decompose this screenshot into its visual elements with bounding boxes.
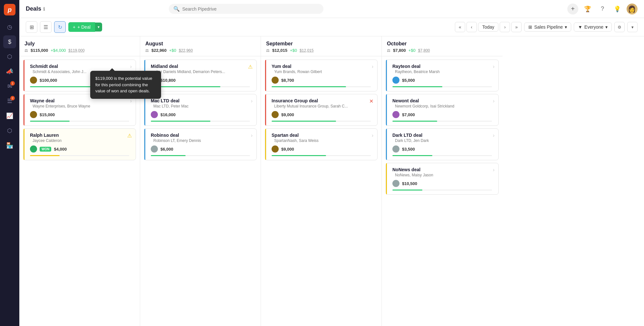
user-avatar[interactable]: 👩 [627,4,638,14]
trophy-button[interactable]: 🏆 [582,4,593,14]
search-bar[interactable]: 🔍 [169,4,323,14]
view-btn-list[interactable]: ☰ [40,21,52,33]
deal-name-ralph: Ralph Lauren [30,133,62,138]
settings-button[interactable]: ⚙ [614,22,625,32]
progress-fill-yum [272,86,346,87]
column-stats-july: ⚖ $115,000 +$4,000 $119,000 [24,48,135,53]
column-stats-august: ⚖ $22,960 +$0 $22,960 [145,48,255,53]
deal-value-newont: $7,000 [402,112,415,117]
toolbar: ⊞ ☰ ↻ + + Deal ▾ « ‹ Today › » ⊞ Sales P… [19,18,644,36]
progress-fill-newont [392,121,437,122]
deal-card-newont[interactable]: Newont deal Newmont Goldcorp, Isai Stric… [386,94,499,126]
deal-arrow-rayteon[interactable]: › [493,64,495,70]
deal-org-rayteon: Raytheon, Beatrice Marsh [395,70,440,74]
deal-avatar-spartan [272,145,279,153]
column-potential-september[interactable]: $12,015 [300,48,313,53]
column-potential-july[interactable]: $119,000 [69,48,85,53]
deal-arrow-robinso[interactable]: › [251,133,253,138]
deal-card-spartan[interactable]: Spartan deal SpartanNash, Sara Weiss › $… [265,128,378,160]
progress-fill-nonews [392,190,422,191]
page-title: Deals ℹ [26,5,45,12]
add-deal-label: + Deal [77,24,91,30]
lightbulb-button[interactable]: 💡 [612,4,623,14]
deal-card-darkltd[interactable]: Dark LTD deal Dark LTD, Jen Dark › $3,50… [386,128,499,160]
pipeline-button[interactable]: ⊞ Sales Pipeline ▾ [524,23,571,32]
deal-arrow-darkltd[interactable]: › [493,133,495,138]
deal-arrow-wayne[interactable]: › [130,98,132,104]
status-bar-rayteon [386,60,387,91]
deal-footer-darkltd: $3,500 [392,145,495,153]
reports-icon: 📈 [6,112,13,119]
deal-card-insurance[interactable]: Insurance Group deal Liberty Mutual Insu… [265,94,378,126]
sidebar-item-campaigns[interactable]: 📣 [3,65,16,78]
progress-bar-spartan [272,155,371,156]
deal-footer-macltd: $16,000 [151,111,253,118]
deal-footer-nonews: $10,500 [392,180,495,187]
column-header-october: October ⚖ $7,800 +$0 $7,800 [382,36,503,56]
column-cards-september: Yum deal Yum Brands, Rowan Gilbert › $8,… [261,56,381,326]
deal-card-nonews[interactable]: NoNews deal NoNews, Maisy Jason › $10,50… [386,163,499,195]
help-button[interactable]: ? [597,4,608,14]
deal-value-robinso: $6,000 [160,147,173,152]
leads-icon: ⬡ [7,53,12,60]
search-input[interactable] [182,6,319,12]
sidebar-item-mail[interactable]: ✉ 1 [3,80,16,93]
view-btn-forecast[interactable]: ↻ [54,21,66,33]
status-bar-spartan [265,129,266,160]
column-potential-october[interactable]: $7,800 [418,48,430,53]
deal-arrow-newont[interactable]: › [493,98,495,104]
deal-name-rayteon: Rayteon deal [392,64,440,69]
deal-card-yum[interactable]: Yum deal Yum Brands, Rowan Gilbert › $8,… [265,60,378,91]
sidebar-item-reports[interactable]: 📈 [3,109,16,122]
sidebar-item-deals[interactable]: $ [3,35,16,48]
progress-bar-robinso [151,155,250,156]
deal-card-macltd[interactable]: Mac LTD deal Mac LTD, Peter Mac › $16,00… [144,94,257,126]
deal-card-rayteon[interactable]: Rayteon deal Raytheon, Beatrice Marsh › … [386,60,499,91]
status-bar-newont [386,94,387,126]
deal-footer-robinso: $6,000 [151,145,253,153]
progress-bar-midland [151,86,250,87]
deal-arrow-schmidt[interactable]: › [130,64,132,70]
deal-footer-wayne: $15,000 [30,111,132,118]
add-deal-plus: + [73,24,75,30]
deal-avatar-yum [272,77,279,84]
deal-value-wayne: $15,000 [40,112,55,117]
app-logo[interactable]: p [4,4,15,15]
filter-icon: ▼ [578,24,582,30]
deal-arrow-nonews[interactable]: › [493,167,495,173]
add-deal-dropdown-button[interactable]: ▾ [95,23,102,32]
deal-arrow-macltd[interactable]: › [251,98,253,104]
deal-avatar-insurance [272,111,279,118]
nav-next-button[interactable]: › [500,22,510,32]
info-icon[interactable]: ℹ [43,6,45,12]
deal-card-wayne[interactable]: Wayne deal Wayne Enterprises, Bruce Wayn… [23,94,136,126]
nav-first-button[interactable]: « [455,22,465,32]
view-btn-kanban[interactable]: ⊞ [26,21,37,33]
column-potential-august[interactable]: $22,960 [179,48,193,53]
everyone-chevron: ▾ [605,24,608,30]
more-settings-button[interactable]: ▾ [627,22,638,32]
deal-card-ralph[interactable]: Ralph Lauren Jaycee Calderon ⚠ WON $4,00… [23,128,136,160]
sidebar-item-products[interactable]: ⬡ [3,124,16,137]
deal-arrow-spartan[interactable]: › [372,133,373,138]
sidebar-item-leads[interactable]: ⬡ [3,50,16,63]
deal-org-midland: rcher Daniels Midland, Demarion Peters..… [153,70,225,74]
progress-bar-yum [272,86,371,87]
progress-fill-macltd [151,121,210,122]
title-text: Deals [26,5,41,12]
sidebar-item-activity[interactable]: ◷ [3,21,16,33]
nav-prev-button[interactable]: ‹ [466,22,477,32]
deal-arrow-yum[interactable]: › [372,64,373,70]
add-button[interactable]: + [567,4,578,14]
deal-value-ralph: $4,000 [54,147,67,152]
deal-org-insurance: Liberty Mutual Insurance Group, Sarah C.… [274,104,348,108]
deal-card-robinso[interactable]: Robinso deal Robinson LT, Emery Dennis ›… [144,128,257,160]
deal-header-macltd: Mac LTD deal Mac LTD, Peter Mac › [151,98,253,108]
add-deal-button[interactable]: + + Deal [68,22,95,32]
sidebar-item-store[interactable]: 🏪 [3,139,16,152]
everyone-button[interactable]: ▼ Everyone ▾ [574,23,612,32]
sidebar-item-contacts[interactable]: ☰ 2 [3,95,16,107]
status-bar-darkltd [386,129,387,160]
today-button[interactable]: Today [478,23,498,32]
nav-last-button[interactable]: » [511,22,522,32]
